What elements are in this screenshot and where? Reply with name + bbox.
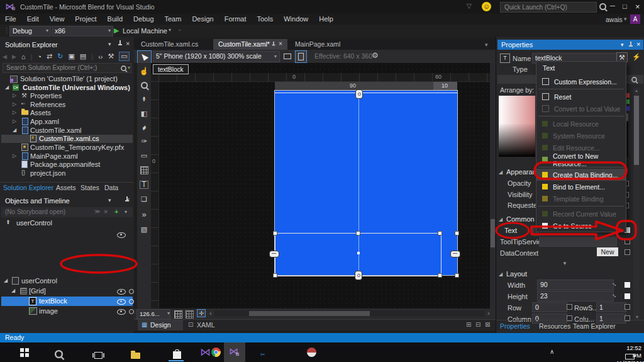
height-input[interactable]: 23 bbox=[537, 291, 614, 302]
tree-item-customtile-xaml[interactable]: CustomTile.xaml bbox=[1, 127, 133, 135]
more-properties-chevron[interactable] bbox=[562, 261, 567, 266]
top-anchor-icon[interactable] bbox=[355, 89, 363, 99]
scope-up-icon[interactable] bbox=[6, 219, 11, 225]
objects-timeline-menu-icon[interactable] bbox=[108, 197, 111, 203]
tab-pin-icon[interactable] bbox=[272, 42, 275, 47]
left-anchor-chain-icon[interactable] bbox=[269, 251, 279, 257]
task-view-icon[interactable] bbox=[94, 352, 103, 359]
collapsed-icon[interactable] bbox=[13, 153, 16, 159]
split-vertical-icon[interactable] bbox=[466, 321, 471, 328]
grid-column-header-right[interactable]: 10 bbox=[433, 82, 457, 90]
collapsed-icon[interactable] bbox=[13, 118, 16, 124]
hscroll-thumb[interactable] bbox=[249, 311, 370, 316]
properties-pin-icon[interactable] bbox=[628, 42, 633, 48]
notifications-icon[interactable] bbox=[467, 3, 472, 9]
collapse-all-icon[interactable] bbox=[68, 52, 74, 60]
selection-tool-button[interactable] bbox=[137, 50, 152, 64]
tab-design[interactable]: Design bbox=[138, 320, 183, 331]
tree-item-project[interactable]: CustomTile (Universal Windows) bbox=[1, 84, 133, 92]
selection-handle[interactable] bbox=[356, 231, 360, 235]
textblock-opacity-dot[interactable] bbox=[129, 299, 134, 304]
grid-opacity-dot[interactable] bbox=[129, 289, 134, 294]
menu-help[interactable]: Help bbox=[319, 15, 333, 23]
tab-solution-explorer[interactable]: Solution Explorer bbox=[3, 184, 53, 191]
tab-team-explorer[interactable]: Team Explorer bbox=[573, 322, 616, 330]
scroll-up-arrow[interactable] bbox=[635, 89, 638, 93]
scope-bar[interactable]: userControl bbox=[1, 218, 133, 228]
image-tool-icon[interactable] bbox=[141, 225, 147, 234]
tree-item-references[interactable]: References bbox=[1, 101, 133, 109]
properties-close-icon[interactable] bbox=[636, 40, 640, 48]
expanded-icon[interactable] bbox=[5, 84, 9, 90]
rowspan-marker[interactable] bbox=[625, 304, 630, 310]
pen-tool-icon[interactable] bbox=[141, 137, 147, 145]
rectangle-tool-icon[interactable] bbox=[141, 152, 147, 160]
device-options-gear-icon[interactable] bbox=[372, 51, 379, 60]
paint-bucket-tool-icon[interactable] bbox=[141, 110, 147, 118]
common-expander[interactable] bbox=[499, 217, 502, 222]
tree-item-customtile-xaml-cs[interactable]: CustomTile.xaml.cs bbox=[1, 135, 133, 143]
snap-to-grid-icon[interactable] bbox=[186, 310, 194, 319]
minimize-button[interactable] bbox=[610, 2, 615, 9]
ot-row-grid[interactable]: [Grid] bbox=[1, 286, 133, 296]
toolbar-overflow-icon[interactable] bbox=[177, 26, 182, 32]
objects-timeline-close-icon[interactable] bbox=[126, 196, 130, 203]
properties-scroll-thumb[interactable] bbox=[634, 96, 639, 165]
windows-store-icon[interactable] bbox=[173, 351, 181, 359]
start-button-icon[interactable] bbox=[20, 348, 24, 352]
tab-overflow-icon[interactable] bbox=[485, 42, 488, 48]
width-input[interactable]: 90 bbox=[537, 280, 614, 290]
blend-taskbar-button[interactable] bbox=[224, 342, 245, 362]
menu-item-create-data-binding[interactable]: Create Data Binding... bbox=[536, 169, 626, 181]
assets-chevrons-icon[interactable] bbox=[142, 210, 146, 219]
zoom-tool-icon[interactable] bbox=[141, 82, 148, 89]
canvas-edge-handle[interactable] bbox=[455, 273, 459, 278]
datacontext-new-button[interactable]: New bbox=[597, 247, 618, 256]
tab-states[interactable]: States bbox=[80, 184, 99, 191]
color-picker-gradient[interactable] bbox=[499, 96, 535, 157]
back-icon[interactable] bbox=[3, 54, 7, 60]
collapsed-icon[interactable] bbox=[13, 93, 16, 98]
layout-expander[interactable] bbox=[499, 271, 502, 277]
quick-launch-search-icon[interactable] bbox=[599, 3, 606, 10]
taskbar-search-icon[interactable] bbox=[55, 350, 63, 358]
tree-item-assets[interactable]: Assets bbox=[1, 109, 133, 117]
view-code-icon[interactable] bbox=[98, 53, 103, 60]
device-dropdown-icon[interactable] bbox=[274, 54, 277, 59]
grid-visibility-icon[interactable] bbox=[117, 289, 126, 295]
vscroll-thumb[interactable] bbox=[491, 219, 495, 247]
solution-explorer-pin-icon[interactable] bbox=[118, 40, 123, 47]
tray-expand-icon[interactable] bbox=[550, 348, 554, 355]
sync-with-active-document-icon[interactable] bbox=[47, 52, 52, 60]
common-header[interactable]: Common bbox=[506, 215, 535, 223]
grid-layout-tool-icon[interactable] bbox=[140, 166, 148, 174]
menu-design[interactable]: Design bbox=[192, 15, 213, 23]
canvas-vertical-scrollbar[interactable] bbox=[490, 63, 496, 308]
menu-window[interactable]: Window bbox=[284, 15, 308, 23]
canvas-horizontal-scrollbar[interactable] bbox=[214, 310, 485, 317]
menu-build[interactable]: Build bbox=[108, 15, 123, 23]
tree-item-pfx[interactable]: CustomTile_TemporaryKey.pfx bbox=[1, 144, 133, 152]
properties-header[interactable]: Properties bbox=[497, 40, 643, 50]
expanded-icon[interactable] bbox=[11, 288, 15, 293]
snipping-scissors-icon[interactable] bbox=[260, 351, 265, 358]
width-marker[interactable] bbox=[625, 282, 630, 288]
image-visibility-icon[interactable] bbox=[117, 309, 126, 315]
tab-mainpage-xaml[interactable]: MainPage.xaml bbox=[290, 39, 345, 50]
storyboard-dropdown-icon[interactable] bbox=[125, 209, 127, 215]
selection-handle[interactable] bbox=[273, 273, 277, 278]
platform-combo[interactable]: x86 bbox=[52, 26, 113, 37]
landscape-orientation-icon[interactable] bbox=[284, 54, 291, 59]
configuration-combo[interactable]: Debug bbox=[9, 26, 51, 37]
signed-in-user[interactable]: awais bbox=[606, 16, 623, 23]
visual-studio-icon[interactable] bbox=[200, 346, 211, 359]
tree-item-appxaml[interactable]: App.xaml bbox=[1, 118, 133, 126]
hscroll-right-arrow[interactable] bbox=[487, 309, 490, 317]
device-preset-combo[interactable]: 5" Phone (1920 x 1080) 300% scale bbox=[153, 51, 280, 62]
snap-to-gridlines-icon[interactable] bbox=[197, 309, 206, 317]
grid-column-header[interactable]: 90 bbox=[275, 82, 433, 90]
ot-row-image[interactable]: image bbox=[1, 307, 133, 316]
user-dropdown-icon[interactable] bbox=[624, 16, 627, 22]
tab-properties[interactable]: Properties bbox=[500, 322, 530, 330]
tooltipservice-input[interactable] bbox=[539, 237, 617, 247]
